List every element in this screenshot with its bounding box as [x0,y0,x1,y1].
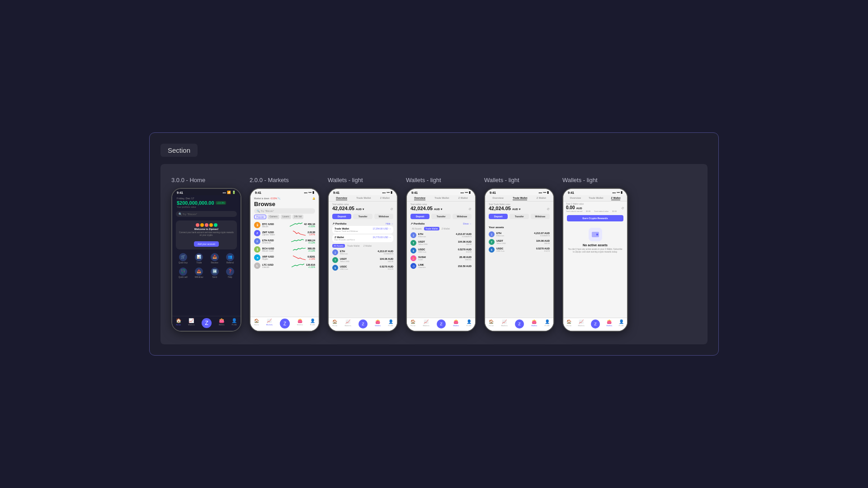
tab-trade-wt[interactable]: Trade Wallet [434,197,449,200]
wn-markets-wt[interactable]: 📈 Markets [423,319,429,328]
tab-overview-we[interactable]: Overview [570,197,581,200]
wn-profile-wa[interactable]: 👤 Profile [544,319,549,328]
wn-wallets-we[interactable]: 👛 Wallets [606,319,612,328]
deposit-btn-wt[interactable]: Deposit [410,214,429,219]
coin-row-zmt[interactable]: Z ZMT /USD Zipmex Token 2.8138 -3.47% [250,229,319,237]
coin-row-eth[interactable]: Ξ ETH /USD Ethereum 2 966.24 +0.13% [250,237,319,245]
at-all-wt[interactable]: All Assets [410,227,423,230]
tab-overview-wt[interactable]: Overview [414,197,425,200]
markets-search-bar[interactable]: 🔍 Try "Bitcoin" [254,208,315,214]
nav-home[interactable]: 🏠 Home [176,318,181,328]
coin-row-btc[interactable]: ₿ BTC /USD Bitcoin 42 456.16 +0.93% [250,221,319,229]
home-action-receive[interactable]: 📥 Receive [211,253,219,264]
tab-z-we[interactable]: Z Wallet [611,197,621,200]
mn-profile[interactable]: 👤 Profile [310,319,315,328]
transfer-btn-wt[interactable]: Transfer [431,214,450,219]
withdraw-btn-wo[interactable]: Withdraw [374,214,393,219]
transfer-btn-wo[interactable]: Transfer [353,214,372,219]
wn-wallets-wa[interactable]: 👛 Wallets [531,319,537,328]
nav-profile[interactable]: 👤 Profile [231,318,237,328]
wn-profile-we[interactable]: 👤 Profile [618,319,623,328]
home-action-withdraw[interactable]: 📤 Withdraw [195,267,203,278]
home-action-quickbuy[interactable]: 🛒 Quick buy [179,253,188,264]
tab-overview[interactable]: Overview [336,197,347,200]
wn-center-btn-wa[interactable]: Z [515,319,524,328]
home-search[interactable]: 🔍 Try "Bitcoin" [176,211,237,217]
home-action-referral[interactable]: 👥 Referral [226,253,234,264]
asset-usdc-wt[interactable]: $ USDC USD Coin 0.5270 AUD 0.5270 [407,247,475,254]
deposit-btn-wo[interactable]: Deposit [332,214,351,219]
wn-home-wo[interactable]: 🏠 Home [332,319,337,328]
at-trade-wt[interactable]: Trade Wallet [424,227,439,230]
home-action-quicksell[interactable]: 💱 Quick sell [179,267,188,278]
withdraw-btn-wt[interactable]: Withdraw [453,214,472,219]
nav-markets[interactable]: 📈 Markets [188,318,194,328]
filter-losers[interactable]: Losers [281,215,291,219]
wn-center-wo[interactable]: Z [359,319,368,328]
at-trade[interactable]: Trade Wallet [346,244,361,248]
filter-popular[interactable]: Popular [254,215,266,219]
wn-markets-wa[interactable]: 📈 Markets [501,319,507,328]
tab-trade-we[interactable]: Trade Wallet [589,197,603,200]
nav-center[interactable]: Z [202,318,212,328]
asset-usdt-wt[interactable]: T USDT Tether USD 104.06 AUD 104.06 [407,239,475,247]
wn-home-we[interactable]: 🏠 Home [566,319,571,328]
mn-center[interactable]: Z [280,319,290,328]
wn-profile-wo[interactable]: 👤 Profile [388,319,393,328]
zwallet-history-icon[interactable]: ⏱ [622,207,624,210]
hide-btn-wo[interactable]: Hide → [386,222,393,225]
coin-row-bch[interactable]: ₿ BCH /USD Bitcoin Cash 368.05 +0.13% [250,245,319,253]
tab-overview-wa[interactable]: Overview [492,197,503,200]
at-all[interactable]: All Assets [332,244,345,248]
wn-center-wt[interactable]: Z [437,319,446,328]
wn-wallets-wo[interactable]: 👛 Wallets [375,319,381,328]
show-btn-wt[interactable]: Show → [463,222,472,225]
home-action-trade[interactable]: 📊 Trade [195,253,203,264]
earn-crypto-btn[interactable]: Earn Crypto Rewards [567,215,623,221]
mn-wallets[interactable]: 👛 Wallets [297,319,303,328]
wn-markets-wo[interactable]: 📈 Markets [344,319,351,328]
tab-z-wallet[interactable]: Z Wallet [380,197,390,200]
wn-center-btn-we[interactable]: Z [591,319,600,328]
mn-home[interactable]: 🏠 Home [254,319,259,328]
wn-home-wt[interactable]: 🏠 Home [410,319,415,328]
wn-center-wa[interactable]: Z [515,319,524,328]
filter-gainers[interactable]: Gainers [268,215,279,219]
at-z[interactable]: Z Wallet [362,244,373,248]
coin-row-ltc[interactable]: Ł LTC /USD Litecoin 120.616 +1.31% [250,262,319,270]
asset-usdc-wa[interactable]: $ USDC USD Coin 0.5270 AUD 0.5270 [485,246,553,253]
mn-center-btn[interactable]: Z [280,319,290,328]
asset-usdt-wo[interactable]: T USDT Tether USD 104.06 AUD 104.06 [329,256,397,264]
asset-eth-wa[interactable]: Ξ ETH Ethereum 4,213.07 AUD 0.00002673 [485,230,553,238]
history-icon-wo[interactable]: ⏱ [391,208,393,211]
wn-center-btn-wt[interactable]: Z [437,319,446,328]
filter-24hvol[interactable]: 24h Vol [292,215,304,219]
history-icon-wt[interactable]: ⏱ [469,208,472,211]
add-account-button[interactable]: Add your account [194,241,219,247]
asset-usdt-wa[interactable]: T USDT Tether USD 104.06 AUD 104.06 [485,238,553,246]
at-z-wt[interactable]: Z Wallet [440,227,451,230]
wn-home-wa[interactable]: 🏠 Home [489,319,494,328]
wn-center-we[interactable]: Z [591,319,600,328]
tab-z-wt[interactable]: Z Wallet [458,197,468,200]
asset-eth-wo[interactable]: Ξ ETH Ethereum 4,213.07 AUD 0.00002673 [329,249,397,256]
mn-markets[interactable]: 📈 Markets [266,319,273,328]
deposit-btn-wa[interactable]: Deposit [489,214,508,219]
asset-sushi-wt[interactable]: 🍣 SUSHI Sushi 28.48 AUD 108.651 [407,254,475,262]
wn-center-btn-wo[interactable]: Z [359,319,368,328]
tab-z-wa[interactable]: Z Wallet [537,197,546,200]
wn-profile-wt[interactable]: 👤 Profile [466,319,471,328]
history-icon-wa[interactable]: ⏱ [547,208,550,211]
asset-link-wt[interactable]: ⬡ LINK Chainlink 216.50 AUD [407,262,475,270]
coin-row-xrp[interactable]: ✕ XRP /USD Ripple 0.8281 -2.16% [250,253,319,262]
transfer-btn-wa[interactable]: Transfer [509,214,528,219]
wn-markets-we[interactable]: 📈 Markets [578,319,584,328]
tab-trade-wallet[interactable]: Trade Wallet [356,197,371,200]
asset-usdc-wo[interactable]: $ USDC USD Coin 0.5270 AUD 0.5270 [329,264,397,272]
center-btn[interactable]: Z [202,318,212,328]
wn-wallets-wt[interactable]: 👛 Wallets [453,319,459,328]
withdraw-btn-wa[interactable]: Withdraw [531,214,550,219]
tab-trade-wa[interactable]: Trade Wallet [513,197,527,200]
home-action-help[interactable]: ❓ Help [226,267,234,278]
home-action-send[interactable]: ➡️ Send [211,267,219,278]
